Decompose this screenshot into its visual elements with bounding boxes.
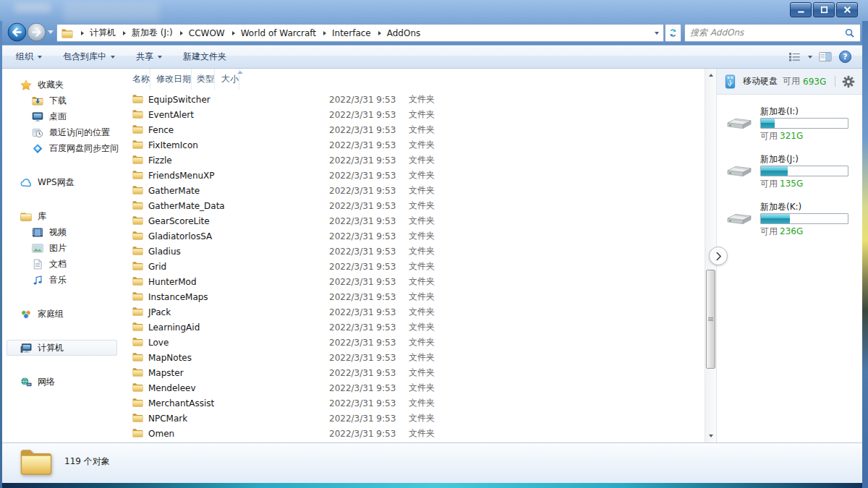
capacity-bar [760,166,848,176]
capacity-bar [760,213,848,224]
sidebar-item[interactable]: WPS网盘 [7,174,117,190]
sidebar-item[interactable]: 库 [7,208,117,224]
folder-icon [132,200,143,212]
breadcrumb-item[interactable]: AddOns [372,25,422,41]
file-row[interactable]: GladiatorlosSA 2022/3/31 9:53 文件夹 [122,228,705,244]
sidebar-item[interactable]: 图片 [7,240,117,256]
file-row[interactable]: NPCMark 2022/3/31 9:53 文件夹 [122,411,705,426]
blurred-watermark [14,3,51,12]
breadcrumb-item[interactable]: CCWOW [174,25,226,41]
breadcrumb-item[interactable]: 计算机 [75,25,116,41]
file-row[interactable]: EquipSwitcher 2022/3/31 9:53 文件夹 [122,92,705,107]
file-row[interactable]: Omen 2022/3/31 9:53 文件夹 [122,426,705,441]
change-view-button[interactable] [788,51,801,62]
folder-icon [132,322,143,333]
sidebar-item[interactable]: 音乐 [7,272,117,288]
address-dropdown-button[interactable] [650,32,663,35]
folder-icon [132,140,143,151]
folder-icon [20,447,53,478]
file-row[interactable]: HunterMod 2022/3/31 9:53 文件夹 [122,274,705,289]
sort-ascending-icon[interactable] [237,71,243,74]
sidebar-item[interactable]: 收藏夹 [7,77,117,93]
sidebar-item[interactable]: 视频 [7,224,117,240]
file-row[interactable]: JPack 2022/3/31 9:53 文件夹 [122,304,705,320]
toolbar-button[interactable]: 新建文件夹 [179,48,230,65]
grip-icon [708,319,713,320]
refresh-button[interactable] [665,24,681,42]
file-row[interactable]: Fence 2022/3/31 9:53 文件夹 [122,122,705,137]
sidebar-item[interactable]: 网络 [7,374,117,390]
file-row[interactable]: LearningAid 2022/3/31 9:53 文件夹 [122,320,705,335]
file-row[interactable]: Mapster 2022/3/31 9:53 文件夹 [122,365,705,380]
drive-item[interactable]: 新加卷(K:) 可用236G [723,200,858,239]
toolbar-button[interactable]: 共享 [132,48,166,65]
search-input[interactable]: 搜索 AddOns [684,24,861,42]
file-row[interactable]: FixItemIcon 2022/3/31 9:53 文件夹 [122,137,705,153]
breadcrumb-item[interactable]: Interface [317,25,372,41]
search-icon[interactable] [844,27,855,38]
music-icon [31,274,44,286]
chevron-down-icon [808,56,812,59]
sidebar-item[interactable]: 百度网盘同步空间 [7,140,117,156]
back-button[interactable] [7,22,27,42]
breadcrumb-separator-icon [323,31,326,35]
help-button[interactable]: ? [838,50,852,64]
window-border-bottom [0,483,868,488]
sidebar-item[interactable]: 计算机 [7,340,117,356]
file-row[interactable]: Love 2022/3/31 9:53 文件夹 [122,335,705,350]
column-header[interactable]: 名称 [122,69,150,90]
address-bar[interactable]: 计算机新加卷 (J:)CCWOWWorld of WarcraftInterfa… [56,24,664,42]
folder-icon [132,382,143,394]
drive-item[interactable]: 新加卷(I:) 可用321G [723,105,858,143]
file-row[interactable]: GatherMate_Data 2022/3/31 9:53 文件夹 [122,198,705,213]
maximize-button[interactable] [813,2,835,17]
sidebar-item[interactable]: 文档 [7,256,117,272]
file-row[interactable]: Mendeleev 2022/3/31 9:53 文件夹 [122,380,705,395]
close-button[interactable] [836,2,858,17]
drive-name: 新加卷(K:) [760,200,858,213]
breadcrumb-item[interactable]: 新加卷 (J:) [116,25,174,41]
collapse-panel-button[interactable] [709,247,728,265]
file-row[interactable]: FriendsMenuXP 2022/3/31 9:53 文件夹 [122,168,705,183]
column-header[interactable]: 类型 [192,69,215,90]
sidebar-item[interactable]: 桌面 [7,108,117,124]
file-row[interactable]: Gladius 2022/3/31 9:53 文件夹 [122,244,705,259]
sidebar-item[interactable]: 最近访问的位置 [7,124,117,140]
sidebar-item[interactable]: 下载 [7,93,117,108]
history-dropdown-icon[interactable] [48,30,54,34]
minimize-button[interactable] [790,2,812,17]
sidebar-item[interactable]: 家庭组 [7,306,117,322]
file-row[interactable]: InstanceMaps 2022/3/31 9:53 文件夹 [122,289,705,304]
folder-icon [132,109,143,121]
search-placeholder: 搜索 AddOns [690,27,744,39]
breadcrumb-item[interactable]: World of Warcraft [226,25,317,41]
documents-icon [31,258,44,270]
column-header[interactable]: 大小 [215,69,239,90]
navigation-pane: 收藏夹 下载 桌面 最近访问的位置 百度网盘同步空间 WPS网盘 [2,69,122,442]
folder-icon [132,215,143,227]
forward-button[interactable] [27,22,46,42]
file-row[interactable]: MapNotes 2022/3/31 9:53 文件夹 [122,350,705,365]
drive-item[interactable]: 新加卷(J:) 可用135G [723,153,858,191]
toolbar-button[interactable]: 组织 [12,48,46,65]
file-row[interactable]: MerchantAssist 2022/3/31 9:53 文件夹 [122,395,705,411]
view-dropdown-button[interactable] [808,56,812,59]
folder-icon [132,246,143,257]
capacity-bar-fill [761,166,788,176]
toolbar-button[interactable]: 包含到库中 [59,48,119,65]
file-row[interactable]: GearScoreLite 2022/3/31 9:53 文件夹 [122,213,705,228]
usb-drive-icon [724,74,736,90]
pictures-icon [31,242,44,254]
file-row[interactable]: EventAlert 2022/3/31 9:53 文件夹 [122,107,705,122]
scroll-down-button[interactable] [705,430,716,442]
gear-icon[interactable] [842,75,855,88]
file-row[interactable]: Fizzle 2022/3/31 9:53 文件夹 [122,153,705,168]
scrollbar-thumb[interactable] [706,270,715,369]
window-border-left [0,21,2,488]
column-header[interactable]: 修改日期 [150,69,192,90]
preview-pane-button[interactable] [819,51,832,62]
file-row[interactable]: GatherMate 2022/3/31 9:53 文件夹 [122,183,705,198]
file-row[interactable]: Grid 2022/3/31 9:53 文件夹 [122,259,705,274]
scroll-up-button[interactable] [705,69,716,81]
divider [835,76,835,87]
